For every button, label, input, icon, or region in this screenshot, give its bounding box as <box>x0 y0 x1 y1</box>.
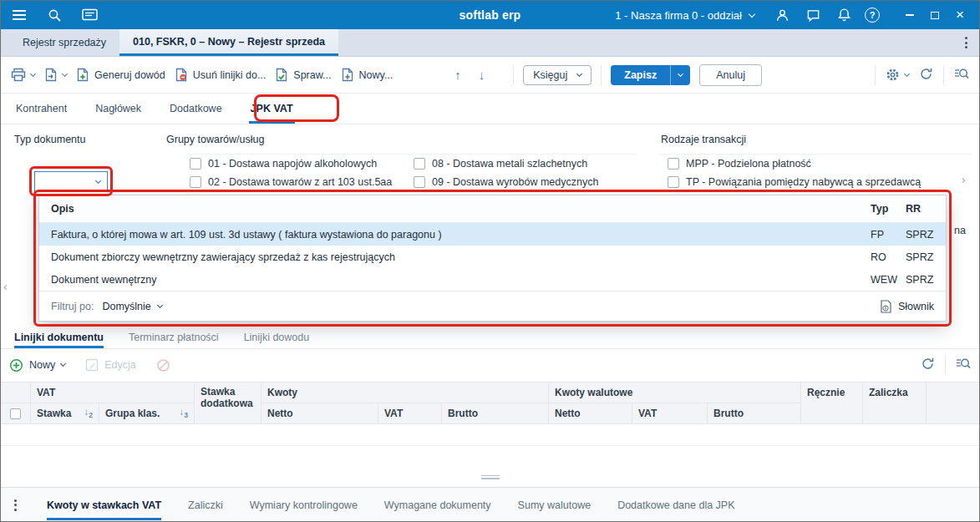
sprawdz-label: Spraw... <box>293 69 331 81</box>
option-typ: FP <box>871 229 906 241</box>
tab-dodatkowe-dane-dla-jpk[interactable]: Dodatkowe dane dla JPK <box>617 488 734 522</box>
grupa-klas-header[interactable]: Grupa klas.3 <box>99 403 195 424</box>
edycja-label: Edycja <box>104 359 136 371</box>
sprawdz-button[interactable]: Spraw... <box>275 68 331 82</box>
document-new-icon <box>341 68 354 82</box>
edit-pencil-icon <box>85 358 99 372</box>
delete-slash-icon <box>156 358 170 372</box>
scroll-right-icon[interactable] <box>962 173 966 186</box>
sort-desc-2-icon[interactable]: 2 <box>84 407 93 419</box>
tab-kontrahent[interactable]: Kontrahent <box>14 94 69 124</box>
anuluj-button[interactable]: Anuluj <box>699 64 762 86</box>
select-all-checkbox[interactable] <box>10 408 21 419</box>
dropdown-option-fp[interactable]: Faktura, o której mowa w art. 109 ust. 3… <box>39 223 946 246</box>
dropdown-header-row: Opis Typ RR <box>39 195 946 223</box>
user-icon[interactable] <box>772 5 792 25</box>
close-button[interactable] <box>949 5 971 25</box>
filter-mode-selector[interactable]: Domyślnie <box>102 301 161 312</box>
usun-linijki-button[interactable]: Usuń linijki do... <box>175 68 267 82</box>
window-tab-rejestr-sprzedazy[interactable]: Rejestr sprzedaży <box>9 29 119 56</box>
tab-dodatkowe[interactable]: Dodatkowe <box>168 94 224 124</box>
print-button[interactable] <box>11 68 35 82</box>
search-icon[interactable] <box>44 5 64 25</box>
chevron-down-icon <box>678 70 683 76</box>
grupy-towarow-label: Grupy towarów/usług <box>166 134 264 145</box>
delete-line-button <box>156 358 170 372</box>
separator <box>945 355 946 375</box>
tab-wymiary-kontrolingowe[interactable]: Wymiary kontrolingowe <box>250 488 358 522</box>
tab-naglowek[interactable]: Nagłówek <box>94 94 143 124</box>
refresh-icon[interactable] <box>919 67 933 84</box>
stawka-header[interactable]: Stawka2 <box>31 403 99 424</box>
settings-button[interactable] <box>886 68 909 82</box>
bell-icon[interactable] <box>834 5 854 25</box>
zapisz-dropdown[interactable] <box>670 65 690 85</box>
splitter-handle[interactable] <box>474 472 507 482</box>
netto-header[interactable]: Netto <box>262 403 378 424</box>
dropdown-option-ro[interactable]: Dokument zbiorczy wewnętrzny zawierający… <box>39 246 946 268</box>
tab-terminarz-platnosci[interactable]: Terminarz płatności <box>129 327 219 348</box>
bottom-menu-icon[interactable] <box>11 488 20 522</box>
zaliczka-header[interactable]: Zaliczka <box>863 383 927 424</box>
netto-walutowe-header[interactable]: Netto <box>549 403 632 424</box>
zapisz-label: Zapisz <box>611 65 670 85</box>
nowy-line-button[interactable]: Nowy <box>9 358 65 372</box>
chevron-down-icon <box>904 70 910 76</box>
checkbox[interactable] <box>668 158 679 170</box>
vat-walutowe-header[interactable]: VAT <box>632 403 708 424</box>
dropdown-option-wew[interactable]: Dokument wewnętrzny WEW SPRZ <box>39 268 946 291</box>
slownik-button[interactable]: Słownik <box>880 300 934 313</box>
minimize-button[interactable] <box>899 5 921 25</box>
tab-wymagane-dokumenty[interactable]: Wymagane dokumenty <box>384 488 491 522</box>
news-feed-icon[interactable] <box>79 5 99 25</box>
scroll-left-icon[interactable] <box>3 280 8 293</box>
refresh-icon[interactable] <box>921 357 935 373</box>
move-down-icon[interactable] <box>475 68 490 82</box>
checkbox[interactable] <box>414 176 425 188</box>
tab-jpk-vat[interactable]: JPK VAT <box>249 94 295 124</box>
checkbox[interactable] <box>668 176 679 188</box>
move-up-icon[interactable] <box>450 68 465 82</box>
window-tab-active-document[interactable]: 010, FSKR, 0 – Nowy – Rejestr sprzeda <box>119 29 338 56</box>
brutto-walutowe-header[interactable]: Brutto <box>708 403 801 424</box>
export-document-button[interactable] <box>44 68 67 82</box>
checkbox[interactable] <box>190 176 201 188</box>
tab-linijki-dokumentu[interactable]: Linijki dokumentu <box>14 327 104 348</box>
search-filter-icon[interactable] <box>954 67 969 84</box>
brutto-header[interactable]: Brutto <box>442 403 549 424</box>
search-filter-icon[interactable] <box>956 357 971 373</box>
tab-kwoty-w-stawkach-vat[interactable]: Kwoty w stawkach VAT <box>47 488 161 522</box>
tab-linijki-dowodu[interactable]: Linijki dowodu <box>244 327 310 348</box>
vat-header[interactable]: VAT <box>378 403 442 424</box>
select-column-header <box>1 383 31 403</box>
vat-group-header: VAT <box>31 383 195 403</box>
chat-icon[interactable] <box>803 5 823 25</box>
option-description: Dokument wewnętrzny <box>39 274 871 286</box>
maximize-button[interactable] <box>924 5 946 25</box>
sort-desc-3-icon[interactable]: 3 <box>180 407 188 419</box>
help-icon[interactable] <box>865 8 880 23</box>
generuj-dowod-button[interactable]: Generuj dowód <box>76 68 165 82</box>
hamburger-menu-icon[interactable] <box>9 5 29 25</box>
ksieguj-dropdown-button[interactable]: Księguj <box>523 65 592 85</box>
main-toolbar: Generuj dowód Usuń linijki do... Spraw..… <box>1 57 979 94</box>
nowy-dokument-button[interactable]: Nowy... <box>341 68 394 82</box>
option-rr: SPRZ <box>906 251 946 263</box>
generuj-dowod-label: Generuj dowód <box>94 69 165 81</box>
recznie-header[interactable]: Ręcznie <box>801 383 863 424</box>
tab-label: Zaliczki <box>188 499 223 511</box>
option-description: Dokument zbiorczy wewnętrzny zawierający… <box>39 251 871 263</box>
tab-overflow-menu-icon[interactable] <box>953 29 979 56</box>
checkbox-row-gtu-01: 01 - Dostawa napojów alkoholowych <box>190 158 377 170</box>
tab-sumy-walutowe[interactable]: Sumy walutowe <box>518 488 592 522</box>
opis-column-header: Opis <box>39 203 871 215</box>
stawka-dodatkowa-header[interactable]: Stawka dodatkowa <box>195 383 262 424</box>
checkbox[interactable] <box>414 158 425 170</box>
zapisz-button[interactable]: Zapisz <box>611 65 690 85</box>
company-selector[interactable]: 1 - Nasza firma 0 - oddział <box>615 9 754 22</box>
vat-grid-empty-body[interactable] <box>1 424 980 446</box>
checkbox[interactable] <box>190 158 201 170</box>
typ-dokumentu-combobox[interactable] <box>34 171 108 192</box>
tab-zaliczki[interactable]: Zaliczki <box>188 488 223 522</box>
nowy-line-label: Nowy <box>29 359 55 371</box>
